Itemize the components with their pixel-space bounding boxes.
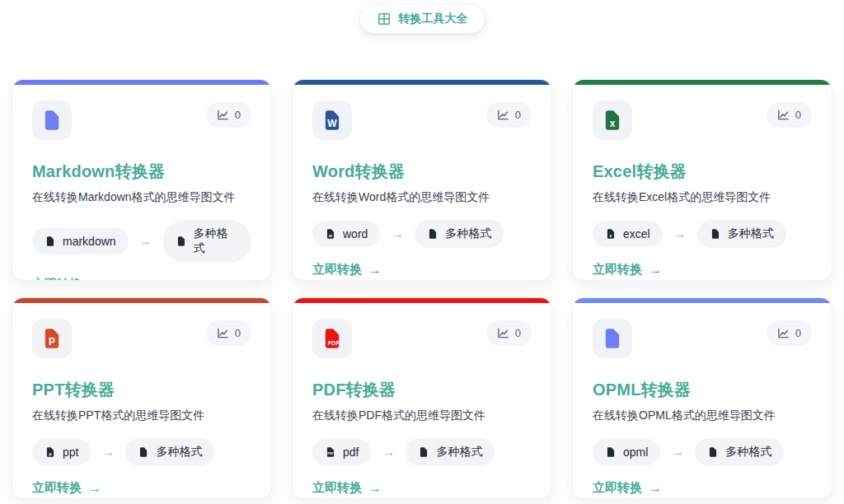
convert-now-link[interactable]: 立即转换 → bbox=[593, 480, 662, 496]
arrow-right-icon: → bbox=[673, 226, 687, 241]
usage-count: 0 bbox=[235, 327, 241, 339]
file-type-letter: p bbox=[49, 452, 51, 456]
page-header: 转换工具大全 bbox=[0, 0, 844, 34]
source-format-tag: PDF pdf bbox=[312, 439, 371, 465]
usage-count-badge: 0 bbox=[767, 102, 812, 128]
tool-title: Markdown转换器 bbox=[32, 161, 251, 183]
target-format-label: 多种格式 bbox=[193, 226, 239, 256]
file-excel-icon: x bbox=[605, 228, 617, 240]
source-format-label: ppt bbox=[63, 446, 78, 459]
tool-card-word[interactable]: W 0 Word转换器 在线转换Word格式的思维导图文件 w word bbox=[292, 79, 552, 281]
arrow-right-icon: → bbox=[368, 263, 382, 278]
tool-icon-box bbox=[32, 100, 72, 140]
file-icon bbox=[710, 228, 721, 240]
file-icon bbox=[138, 446, 149, 458]
source-format-label: excel bbox=[623, 227, 650, 240]
usage-count-badge: 0 bbox=[206, 102, 251, 128]
file-word-icon: W bbox=[321, 109, 344, 132]
tool-card-grid: 0 Markdown转换器 在线转换Markdown格式的思维导图文件 mark… bbox=[0, 34, 844, 499]
file-ppt-icon: P bbox=[40, 327, 63, 350]
tool-description: 在线转换PDF格式的思维导图文件 bbox=[312, 408, 532, 423]
file-document-icon bbox=[601, 327, 624, 350]
file-word-icon: w bbox=[325, 228, 336, 240]
tool-title: PDF转换器 bbox=[312, 379, 532, 401]
source-format-label: pdf bbox=[343, 446, 359, 459]
format-tags: markdown → 多种格式 bbox=[32, 220, 251, 263]
usage-count: 0 bbox=[795, 327, 801, 339]
file-type-letter: P bbox=[49, 337, 55, 347]
file-icon bbox=[427, 228, 438, 240]
usage-count: 0 bbox=[515, 327, 521, 339]
file-icon bbox=[418, 446, 429, 458]
file-icon bbox=[45, 236, 56, 247]
usage-count: 0 bbox=[235, 109, 241, 121]
target-format-tag: 多种格式 bbox=[415, 220, 504, 248]
tool-description: 在线转换PPT格式的思维导图文件 bbox=[32, 408, 251, 423]
tool-title: PPT转换器 bbox=[32, 379, 251, 401]
tool-card-ppt[interactable]: P 0 PPT转换器 在线转换PPT格式的思维导图文件 p ppt → bbox=[12, 297, 272, 499]
source-format-label: opml bbox=[623, 446, 648, 459]
section-badge: 转换工具大全 bbox=[359, 4, 485, 34]
target-format-tag: 多种格式 bbox=[697, 220, 786, 248]
file-icon bbox=[176, 236, 187, 247]
tool-card-excel[interactable]: x 0 Excel转换器 在线转换Excel格式的思维导图文件 x excel bbox=[572, 79, 832, 281]
convert-now-label: 立即转换 bbox=[593, 262, 642, 278]
file-ppt-icon: p bbox=[45, 446, 56, 458]
file-pdf-icon: PDF bbox=[321, 327, 344, 350]
target-format-tag: 多种格式 bbox=[125, 438, 214, 466]
file-icon bbox=[605, 446, 617, 458]
arrow-right-icon: → bbox=[382, 445, 395, 460]
file-pdf-icon: PDF bbox=[325, 446, 336, 458]
trend-chart-icon bbox=[777, 327, 790, 339]
file-icon bbox=[707, 446, 719, 458]
trend-chart-icon bbox=[497, 109, 509, 121]
tool-icon-box: W bbox=[312, 100, 352, 140]
file-type-letter: w bbox=[329, 234, 332, 238]
target-format-label: 多种格式 bbox=[436, 445, 482, 460]
arrow-right-icon: → bbox=[101, 445, 115, 460]
arrow-right-icon: → bbox=[88, 278, 101, 282]
file-type-letter: x bbox=[610, 119, 616, 128]
arrow-right-icon: → bbox=[649, 481, 662, 496]
source-format-tag: opml bbox=[593, 439, 660, 465]
arrow-right-icon: → bbox=[391, 226, 404, 241]
target-format-label: 多种格式 bbox=[728, 226, 774, 241]
file-type-letter: PDF bbox=[328, 453, 334, 456]
tool-card-markdown[interactable]: 0 Markdown转换器 在线转换Markdown格式的思维导图文件 mark… bbox=[12, 79, 272, 281]
target-format-label: 多种格式 bbox=[156, 445, 202, 460]
tool-title: Excel转换器 bbox=[593, 161, 812, 183]
tool-icon-box bbox=[593, 319, 632, 358]
source-format-label: word bbox=[343, 227, 368, 240]
convert-now-link[interactable]: 立即转换 → bbox=[32, 480, 101, 496]
trend-chart-icon bbox=[217, 109, 229, 121]
tool-title: OPML转换器 bbox=[593, 379, 812, 401]
target-format-tag: 多种格式 bbox=[406, 438, 495, 466]
grid-table-icon bbox=[377, 12, 392, 26]
file-type-letter: W bbox=[327, 119, 336, 128]
format-tags: PDF pdf → 多种格式 bbox=[312, 438, 532, 466]
tool-card-pdf[interactable]: PDF 0 PDF转换器 在线转换PDF格式的思维导图文件 PDF pdf bbox=[292, 297, 552, 499]
convert-now-link[interactable]: 立即转换 → bbox=[593, 262, 662, 278]
arrow-right-icon: → bbox=[88, 481, 101, 496]
convert-now-link[interactable]: 立即转换 → bbox=[32, 277, 101, 281]
file-excel-icon: x bbox=[601, 109, 624, 132]
tool-icon-box: PDF bbox=[312, 319, 352, 358]
trend-chart-icon bbox=[217, 327, 229, 339]
target-format-tag: 多种格式 bbox=[163, 220, 251, 263]
convert-now-label: 立即转换 bbox=[312, 480, 362, 496]
target-format-label: 多种格式 bbox=[445, 226, 491, 241]
usage-count-badge: 0 bbox=[206, 320, 251, 346]
source-format-label: markdown bbox=[63, 235, 116, 248]
convert-now-label: 立即转换 bbox=[593, 480, 642, 496]
convert-now-label: 立即转换 bbox=[32, 480, 82, 496]
tool-title: Word转换器 bbox=[312, 161, 532, 183]
convert-now-link[interactable]: 立即转换 → bbox=[312, 262, 382, 278]
source-format-tag: p ppt bbox=[32, 439, 91, 465]
source-format-tag: w word bbox=[312, 221, 380, 247]
convert-now-link[interactable]: 立即转换 → bbox=[312, 480, 382, 496]
arrow-right-icon: → bbox=[671, 445, 684, 460]
format-tags: opml → 多种格式 bbox=[593, 438, 812, 466]
tool-card-opml[interactable]: 0 OPML转换器 在线转换OPML格式的思维导图文件 opml → 多种格式 bbox=[572, 297, 832, 499]
target-format-label: 多种格式 bbox=[725, 445, 771, 460]
file-document-icon bbox=[40, 109, 63, 132]
